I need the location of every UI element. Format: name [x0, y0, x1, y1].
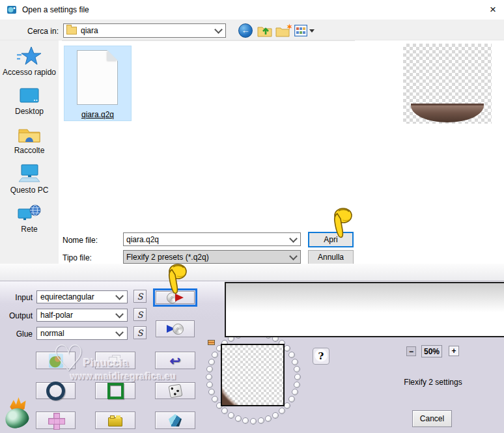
preset-dot[interactable] [288, 352, 295, 358]
view-menu-caret-icon[interactable] [309, 29, 315, 33]
chevron-down-icon [289, 234, 298, 243]
frame-icon [107, 383, 124, 399]
document-icon [77, 50, 118, 105]
ring-shape-button[interactable] [36, 382, 76, 399]
undo-arrow-icon: ↩ [170, 353, 181, 369]
output-value: half-polar [40, 311, 73, 320]
sidebar-item-label: Questo PC [0, 186, 59, 195]
sidebar-item-libraries[interactable]: Raccolte [0, 124, 59, 155]
sidebar-item-label: Rete [0, 225, 59, 234]
frame-shape-button[interactable] [95, 382, 135, 399]
preset-dot[interactable] [294, 374, 301, 380]
settings-caption: Flexify 2 settings [374, 378, 492, 387]
glue-combobox[interactable]: normal [36, 327, 128, 340]
preset-dot[interactable] [258, 417, 264, 424]
sidebar-item-quick-access[interactable]: Accesso rapido [0, 46, 59, 77]
filename-combobox[interactable]: qiara.q2q [123, 232, 301, 246]
flexify-cancel-button[interactable]: Cancel [412, 410, 452, 427]
preset-dot[interactable] [284, 402, 290, 409]
input-s-button[interactable]: S [133, 290, 147, 303]
cube-net-button[interactable] [36, 412, 76, 429]
crystal-button[interactable] [155, 412, 195, 429]
input-combobox[interactable]: equirectangular [36, 290, 128, 303]
preset-dot[interactable] [228, 412, 234, 419]
flaming-pear-logo[interactable] [4, 397, 31, 430]
preset-dot[interactable] [288, 396, 295, 402]
view-menu-icon[interactable] [294, 25, 307, 36]
glue-value: normal [40, 329, 64, 338]
preset-dot[interactable] [250, 418, 257, 425]
open-button[interactable]: Apri [308, 232, 354, 247]
dial-preview-square[interactable] [221, 344, 285, 406]
save-settings-button[interactable] [156, 320, 195, 337]
flexify-cancel-label: Cancel [420, 414, 444, 423]
filetype-value: Flexify 2 presets (*.q2q) [126, 253, 209, 262]
sidebar-item-network[interactable]: Rete [0, 203, 59, 234]
red-flag-icon [175, 294, 184, 302]
input-label: Input [0, 293, 33, 302]
libraries-folder-icon [16, 124, 42, 144]
dialog-bottom-strip [0, 264, 504, 281]
filename-value: qiara.q2q [126, 235, 159, 244]
input-value: equirectangular [40, 292, 94, 301]
window-title: Open a settings file [22, 5, 89, 14]
pear-icon [3, 406, 31, 430]
copy-settings-button[interactable] [95, 352, 135, 369]
filetype-label: Tipo file: [63, 253, 92, 262]
chevron-down-icon [115, 292, 124, 300]
preset-dot[interactable] [272, 412, 279, 419]
preset-dot[interactable] [235, 415, 242, 422]
flexify-main-preview-window [225, 282, 504, 337]
glue-color-swatch[interactable] [208, 340, 215, 345]
sidebar-item-desktop[interactable]: Desktop [0, 87, 59, 116]
cancel-dialog-button[interactable]: Annulla [308, 250, 354, 264]
back-button-icon[interactable]: ← [238, 23, 253, 38]
preset-dot[interactable] [208, 359, 215, 365]
render-preview-thumbnail [403, 44, 492, 124]
file-name-label[interactable]: qiara.q2q [64, 110, 132, 119]
chevron-down-icon [115, 328, 124, 337]
chevron-down-icon [289, 252, 298, 260]
quick-access-star-icon [16, 46, 42, 66]
little-planet-button[interactable] [36, 352, 76, 369]
output-combobox[interactable]: half-polar [36, 309, 128, 322]
pages-icon [109, 355, 122, 367]
sidebar-item-label: Desktop [0, 107, 59, 116]
screen: Open a settings file × Cerca in: qiara ←… [0, 0, 504, 433]
zoom-out-button[interactable]: − [406, 346, 416, 356]
output-s-button[interactable]: S [133, 308, 147, 321]
this-pc-icon [16, 163, 42, 184]
sidebar-item-label: Accesso rapido [0, 68, 59, 77]
new-folder-icon[interactable]: ✶ [275, 23, 292, 38]
planet-icon [49, 354, 63, 368]
bowl-render [411, 104, 484, 122]
zoom-in-button[interactable]: + [449, 346, 459, 356]
help-button[interactable]: ? [313, 348, 329, 365]
up-one-level-icon[interactable] [257, 23, 273, 38]
brick-button[interactable] [95, 412, 135, 429]
filetype-combobox[interactable]: Flexify 2 presets (*.q2q) [123, 250, 301, 264]
dice-icon [168, 384, 182, 398]
svg-text:✶: ✶ [287, 23, 292, 31]
glue-s-button[interactable]: S [133, 326, 147, 339]
ring-icon [46, 382, 65, 400]
preset-dot[interactable] [279, 408, 285, 414]
sidebar-item-this-pc[interactable]: Questo PC [0, 163, 59, 195]
crystal-icon [169, 414, 182, 426]
undo-button[interactable]: ↩ [155, 352, 195, 369]
preset-dot[interactable] [206, 374, 212, 380]
look-in-combobox[interactable]: qiara [63, 23, 226, 38]
bowl-arc-render [221, 344, 285, 406]
filename-label: Nome file: [63, 236, 98, 245]
look-in-value: qiara [81, 26, 98, 35]
open-button-label: Apri [324, 235, 337, 244]
preset-dot[interactable] [292, 359, 298, 365]
close-icon[interactable]: × [484, 2, 501, 18]
preset-dot[interactable] [294, 382, 300, 388]
load-settings-button-highlighted[interactable] [153, 288, 197, 307]
look-in-label: Cerca in: [13, 27, 59, 36]
dice-random-button[interactable] [155, 382, 195, 399]
output-label: Output [0, 311, 33, 320]
folder-icon [66, 27, 77, 35]
preset-dot[interactable] [206, 382, 213, 388]
